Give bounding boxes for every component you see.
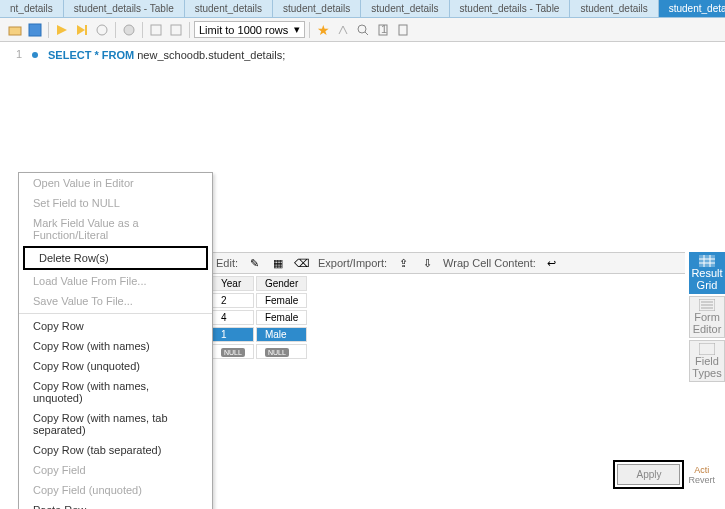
result-grid-button[interactable]: Result Grid xyxy=(689,252,725,294)
svg-rect-0 xyxy=(9,27,21,35)
side-panel: Result Grid Form Editor Field Types xyxy=(689,252,725,382)
execute-icon[interactable] xyxy=(53,21,71,39)
tab-1[interactable]: student_details - Table xyxy=(64,0,185,17)
menu-paste-row[interactable]: Paste Row xyxy=(19,500,212,509)
export-icon[interactable]: ⇪ xyxy=(395,255,411,271)
menu-open-value[interactable]: Open Value in Editor xyxy=(19,173,212,193)
import-icon[interactable]: ⇩ xyxy=(419,255,435,271)
menu-mark-func[interactable]: Mark Field Value as a Function/Literal xyxy=(19,213,212,245)
svg-rect-1 xyxy=(29,24,41,36)
commit-icon[interactable] xyxy=(147,21,165,39)
breakpoint-dot xyxy=(32,52,38,58)
result-toolbar: Edit: ✎ ▦ ⌫ Export/Import: ⇪ ⇩ Wrap Cell… xyxy=(210,252,685,274)
wrap-icon[interactable]: ↩ xyxy=(544,255,560,271)
save-icon[interactable] xyxy=(26,21,44,39)
table-row[interactable]: 1Male xyxy=(212,327,307,342)
svg-point-7 xyxy=(358,25,366,33)
table-row[interactable]: NULL NULL xyxy=(212,344,307,359)
context-menu: Open Value in Editor Set Field to NULL M… xyxy=(18,172,213,509)
form-icon xyxy=(699,299,715,311)
action-label: Acti xyxy=(694,465,709,475)
rollback-icon[interactable] xyxy=(167,21,185,39)
toggle-2-icon[interactable] xyxy=(394,21,412,39)
result-grid[interactable]: Year Gender 2Female 4Female 1Male NULL N… xyxy=(210,274,309,361)
tab-0[interactable]: nt_details xyxy=(0,0,64,17)
menu-copy-row-names[interactable]: Copy Row (with names) xyxy=(19,336,212,356)
sql-text: SELECT * FROM new_schoodb.student_detail… xyxy=(48,48,285,62)
edit-del-icon[interactable]: ⌫ xyxy=(294,255,310,271)
svg-point-3 xyxy=(97,25,107,35)
tab-3[interactable]: student_details xyxy=(273,0,361,17)
revert-label: Revert xyxy=(688,475,715,485)
sql-editor[interactable]: 1 SELECT * FROM new_schoodb.student_deta… xyxy=(0,42,725,68)
menu-set-null[interactable]: Set Field to NULL xyxy=(19,193,212,213)
table-row[interactable]: 4Female xyxy=(212,310,307,325)
svg-point-4 xyxy=(124,25,134,35)
tabs-bar: nt_details student_details - Table stude… xyxy=(0,0,725,18)
svg-rect-6 xyxy=(171,25,181,35)
menu-copy-field[interactable]: Copy Field xyxy=(19,460,212,480)
col-gender[interactable]: Gender xyxy=(256,276,307,291)
col-year[interactable]: Year xyxy=(212,276,254,291)
table-row[interactable]: 2Female xyxy=(212,293,307,308)
field-types-button[interactable]: Field Types xyxy=(689,340,725,382)
apply-bar: Apply Acti Revert xyxy=(613,460,715,489)
execute-step-icon[interactable] xyxy=(73,21,91,39)
apply-button[interactable]: Apply xyxy=(617,464,680,485)
beautify-icon[interactable]: ★ xyxy=(314,21,332,39)
search-icon[interactable] xyxy=(354,21,372,39)
svg-line-8 xyxy=(365,32,368,35)
stop-icon[interactable] xyxy=(120,21,138,39)
limit-dropdown[interactable]: Limit to 1000 rows ▾ xyxy=(194,21,305,38)
menu-copy-row-tab2[interactable]: Copy Row (tab separated) xyxy=(19,440,212,460)
wrap-label: Wrap Cell Content: xyxy=(443,257,536,269)
open-file-icon[interactable] xyxy=(6,21,24,39)
svg-rect-11 xyxy=(399,25,407,35)
edit-icon[interactable]: ✎ xyxy=(246,255,262,271)
tab-2[interactable]: student_details xyxy=(185,0,273,17)
line-number: 1 xyxy=(10,48,22,60)
menu-copy-row-names-unq[interactable]: Copy Row (with names, unquoted) xyxy=(19,376,212,408)
grid-icon xyxy=(699,255,715,267)
find-icon[interactable] xyxy=(334,21,352,39)
menu-copy-row-unq[interactable]: Copy Row (unquoted) xyxy=(19,356,212,376)
svg-text:1: 1 xyxy=(381,23,387,35)
menu-save-file[interactable]: Save Value To File... xyxy=(19,291,212,311)
menu-copy-row[interactable]: Copy Row xyxy=(19,316,212,336)
svg-rect-5 xyxy=(151,25,161,35)
main-toolbar: Limit to 1000 rows ▾ ★ 1 xyxy=(0,18,725,42)
svg-rect-2 xyxy=(85,25,87,35)
form-editor-button[interactable]: Form Editor xyxy=(689,296,725,338)
export-label: Export/Import: xyxy=(318,257,387,269)
toggle-1-icon[interactable]: 1 xyxy=(374,21,392,39)
menu-copy-field-unq[interactable]: Copy Field (unquoted) xyxy=(19,480,212,500)
svg-rect-21 xyxy=(699,343,715,355)
limit-label: Limit to 1000 rows xyxy=(199,24,288,36)
tab-6[interactable]: student_details xyxy=(570,0,658,17)
tab-5[interactable]: student_details - Table xyxy=(450,0,571,17)
menu-copy-row-tab[interactable]: Copy Row (with names, tab separated) xyxy=(19,408,212,440)
types-icon xyxy=(699,343,715,355)
menu-delete-rows[interactable]: Delete Row(s) xyxy=(25,248,206,268)
svg-rect-12 xyxy=(699,255,715,267)
tab-7[interactable]: student_details xyxy=(659,0,725,17)
chevron-down-icon: ▾ xyxy=(294,23,300,36)
menu-load-file[interactable]: Load Value From File... xyxy=(19,271,212,291)
tab-4[interactable]: student_details xyxy=(361,0,449,17)
explain-icon[interactable] xyxy=(93,21,111,39)
edit-label: Edit: xyxy=(216,257,238,269)
edit-grid-icon[interactable]: ▦ xyxy=(270,255,286,271)
